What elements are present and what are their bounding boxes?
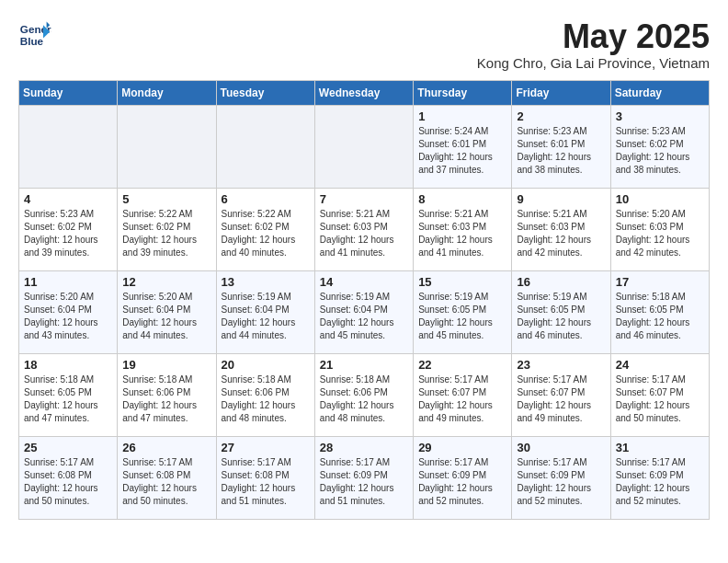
day-number: 19: [122, 358, 210, 372]
calendar-cell-w0d0: [19, 105, 118, 188]
day-info: Sunrise: 5:23 AM Sunset: 6:02 PM Dayligh…: [24, 208, 112, 259]
day-info: Sunrise: 5:18 AM Sunset: 6:05 PM Dayligh…: [24, 373, 112, 425]
calendar-cell-w3d4: 22Sunrise: 5:17 AM Sunset: 6:07 PM Dayli…: [414, 353, 512, 436]
day-number: 14: [320, 275, 408, 289]
calendar-cell-w0d1: [118, 105, 216, 188]
day-info: Sunrise: 5:17 AM Sunset: 6:08 PM Dayligh…: [122, 456, 210, 508]
day-info: Sunrise: 5:20 AM Sunset: 6:03 PM Dayligh…: [616, 208, 704, 259]
day-number: 18: [24, 358, 112, 372]
day-info: Sunrise: 5:22 AM Sunset: 6:02 PM Dayligh…: [122, 208, 210, 259]
day-number: 28: [320, 441, 408, 454]
day-info: Sunrise: 5:21 AM Sunset: 6:03 PM Dayligh…: [418, 208, 506, 259]
svg-text:Blue: Blue: [20, 35, 44, 47]
day-info: Sunrise: 5:17 AM Sunset: 6:07 PM Dayligh…: [517, 373, 605, 425]
day-number: 11: [24, 275, 112, 289]
calendar-cell-w3d5: 23Sunrise: 5:17 AM Sunset: 6:07 PM Dayli…: [512, 353, 610, 436]
calendar-cell-w3d0: 18Sunrise: 5:18 AM Sunset: 6:05 PM Dayli…: [19, 353, 118, 436]
day-number: 27: [222, 441, 310, 454]
page-header: General Blue May 2025 Kong Chro, Gia Lai…: [18, 18, 710, 71]
day-info: Sunrise: 5:20 AM Sunset: 6:04 PM Dayligh…: [24, 291, 112, 342]
calendar-cell-w2d3: 14Sunrise: 5:19 AM Sunset: 6:04 PM Dayli…: [314, 270, 413, 353]
day-info: Sunrise: 5:17 AM Sunset: 6:07 PM Dayligh…: [616, 373, 704, 425]
day-number: 24: [616, 358, 704, 372]
location: Kong Chro, Gia Lai Province, Vietnam: [477, 55, 710, 71]
calendar-cell-w2d6: 17Sunrise: 5:18 AM Sunset: 6:05 PM Dayli…: [610, 270, 709, 353]
calendar-cell-w1d2: 6Sunrise: 5:22 AM Sunset: 6:02 PM Daylig…: [216, 188, 314, 270]
calendar-cell-w0d2: [216, 105, 314, 188]
day-info: Sunrise: 5:17 AM Sunset: 6:08 PM Dayligh…: [24, 456, 112, 508]
day-info: Sunrise: 5:21 AM Sunset: 6:03 PM Dayligh…: [517, 208, 605, 259]
weekday-header-sunday: Sunday: [19, 80, 118, 105]
day-number: 13: [222, 275, 310, 289]
calendar-cell-w4d6: 31Sunrise: 5:17 AM Sunset: 6:09 PM Dayli…: [610, 436, 709, 519]
calendar-cell-w2d2: 13Sunrise: 5:19 AM Sunset: 6:04 PM Dayli…: [216, 270, 314, 353]
day-info: Sunrise: 5:19 AM Sunset: 6:04 PM Dayligh…: [320, 291, 408, 342]
day-info: Sunrise: 5:23 AM Sunset: 6:02 PM Dayligh…: [616, 125, 704, 177]
day-info: Sunrise: 5:17 AM Sunset: 6:09 PM Dayligh…: [616, 456, 704, 508]
day-number: 2: [517, 109, 605, 123]
calendar-cell-w3d3: 21Sunrise: 5:18 AM Sunset: 6:06 PM Dayli…: [314, 353, 413, 436]
day-number: 31: [616, 441, 704, 454]
day-number: 21: [320, 358, 408, 372]
calendar-cell-w2d5: 16Sunrise: 5:19 AM Sunset: 6:05 PM Dayli…: [512, 270, 610, 353]
calendar-cell-w1d6: 10Sunrise: 5:20 AM Sunset: 6:03 PM Dayli…: [610, 188, 709, 270]
calendar-cell-w4d3: 28Sunrise: 5:17 AM Sunset: 6:09 PM Dayli…: [314, 436, 413, 519]
calendar-cell-w1d5: 9Sunrise: 5:21 AM Sunset: 6:03 PM Daylig…: [512, 188, 610, 270]
calendar-cell-w2d1: 12Sunrise: 5:20 AM Sunset: 6:04 PM Dayli…: [118, 270, 216, 353]
day-number: 3: [616, 109, 704, 123]
day-info: Sunrise: 5:23 AM Sunset: 6:01 PM Dayligh…: [517, 125, 605, 177]
weekday-header-tuesday: Tuesday: [216, 80, 314, 105]
calendar-cell-w1d1: 5Sunrise: 5:22 AM Sunset: 6:02 PM Daylig…: [118, 188, 216, 270]
day-number: 4: [24, 192, 112, 206]
calendar-cell-w2d4: 15Sunrise: 5:19 AM Sunset: 6:05 PM Dayli…: [414, 270, 512, 353]
calendar-cell-w3d1: 19Sunrise: 5:18 AM Sunset: 6:06 PM Dayli…: [118, 353, 216, 436]
day-number: 16: [517, 275, 605, 289]
weekday-header-thursday: Thursday: [414, 80, 512, 105]
calendar-cell-w1d3: 7Sunrise: 5:21 AM Sunset: 6:03 PM Daylig…: [314, 188, 413, 270]
day-number: 12: [122, 275, 210, 289]
day-info: Sunrise: 5:19 AM Sunset: 6:04 PM Dayligh…: [222, 291, 310, 342]
day-number: 15: [418, 275, 506, 289]
calendar-table: SundayMondayTuesdayWednesdayThursdayFrid…: [18, 80, 710, 520]
day-number: 17: [616, 275, 704, 289]
calendar-cell-w0d4: 1Sunrise: 5:24 AM Sunset: 6:01 PM Daylig…: [414, 105, 512, 188]
day-number: 20: [222, 358, 310, 372]
day-number: 26: [122, 441, 210, 454]
weekday-header-monday: Monday: [118, 80, 216, 105]
calendar-cell-w0d5: 2Sunrise: 5:23 AM Sunset: 6:01 PM Daylig…: [512, 105, 610, 188]
day-info: Sunrise: 5:21 AM Sunset: 6:03 PM Dayligh…: [320, 208, 408, 259]
day-number: 25: [24, 441, 112, 454]
day-number: 8: [418, 192, 506, 206]
calendar-cell-w0d3: [314, 105, 413, 188]
day-info: Sunrise: 5:17 AM Sunset: 6:08 PM Dayligh…: [222, 456, 310, 508]
day-number: 9: [517, 192, 605, 206]
day-info: Sunrise: 5:24 AM Sunset: 6:01 PM Dayligh…: [418, 125, 506, 177]
title-area: May 2025 Kong Chro, Gia Lai Province, Vi…: [477, 18, 710, 71]
day-number: 23: [517, 358, 605, 372]
day-info: Sunrise: 5:18 AM Sunset: 6:06 PM Dayligh…: [122, 373, 210, 425]
day-info: Sunrise: 5:17 AM Sunset: 6:09 PM Dayligh…: [418, 456, 506, 508]
calendar-cell-w4d5: 30Sunrise: 5:17 AM Sunset: 6:09 PM Dayli…: [512, 436, 610, 519]
day-number: 10: [616, 192, 704, 206]
day-info: Sunrise: 5:22 AM Sunset: 6:02 PM Dayligh…: [222, 208, 310, 259]
day-info: Sunrise: 5:17 AM Sunset: 6:07 PM Dayligh…: [418, 373, 506, 425]
day-number: 7: [320, 192, 408, 206]
day-info: Sunrise: 5:17 AM Sunset: 6:09 PM Dayligh…: [517, 456, 605, 508]
logo-icon: General Blue: [18, 18, 51, 52]
day-info: Sunrise: 5:17 AM Sunset: 6:09 PM Dayligh…: [320, 456, 408, 508]
month-year: May 2025: [477, 18, 710, 55]
day-number: 6: [222, 192, 310, 206]
day-info: Sunrise: 5:18 AM Sunset: 6:06 PM Dayligh…: [222, 373, 310, 425]
logo: General Blue: [18, 18, 51, 52]
calendar-cell-w4d4: 29Sunrise: 5:17 AM Sunset: 6:09 PM Dayli…: [414, 436, 512, 519]
day-info: Sunrise: 5:18 AM Sunset: 6:06 PM Dayligh…: [320, 373, 408, 425]
day-number: 30: [517, 441, 605, 454]
day-number: 22: [418, 358, 506, 372]
day-number: 29: [418, 441, 506, 454]
weekday-header-friday: Friday: [512, 80, 610, 105]
day-number: 1: [418, 109, 506, 123]
calendar-cell-w1d4: 8Sunrise: 5:21 AM Sunset: 6:03 PM Daylig…: [414, 188, 512, 270]
day-info: Sunrise: 5:20 AM Sunset: 6:04 PM Dayligh…: [122, 291, 210, 342]
calendar-cell-w4d0: 25Sunrise: 5:17 AM Sunset: 6:08 PM Dayli…: [19, 436, 118, 519]
day-number: 5: [122, 192, 210, 206]
